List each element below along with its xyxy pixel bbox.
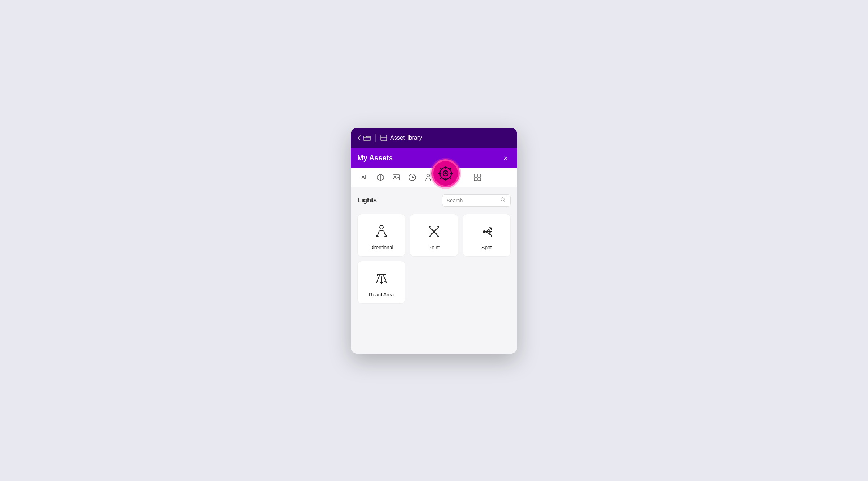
svg-point-10 bbox=[427, 174, 430, 177]
item-point[interactable]: Point bbox=[410, 214, 458, 257]
spot-label: Spot bbox=[481, 245, 492, 250]
content-area: Lights bbox=[351, 187, 517, 354]
tab-grid[interactable] bbox=[470, 170, 485, 185]
svg-line-35 bbox=[434, 232, 439, 237]
tab-light[interactable] bbox=[431, 159, 460, 187]
sun-icon bbox=[438, 166, 453, 181]
svg-rect-24 bbox=[474, 178, 477, 181]
svg-point-28 bbox=[380, 225, 383, 229]
tab-image[interactable] bbox=[389, 170, 404, 185]
item-spot[interactable]: Spot bbox=[463, 214, 511, 257]
image-icon bbox=[392, 173, 400, 181]
svg-point-13 bbox=[444, 172, 447, 174]
svg-line-19 bbox=[449, 177, 451, 178]
folder-icon bbox=[363, 134, 371, 142]
top-bar: Asset library bbox=[351, 128, 517, 148]
items-grid: Directional bbox=[357, 214, 511, 257]
point-label: Point bbox=[428, 245, 440, 250]
search-input[interactable] bbox=[447, 198, 497, 203]
svg-rect-25 bbox=[478, 178, 481, 181]
directional-label: Directional bbox=[370, 245, 393, 250]
svg-marker-9 bbox=[412, 176, 414, 179]
svg-line-34 bbox=[429, 232, 434, 237]
svg-line-21 bbox=[441, 177, 442, 178]
svg-line-27 bbox=[504, 201, 505, 202]
items-grid-row2: React Area bbox=[357, 261, 511, 304]
spot-icon bbox=[478, 223, 495, 240]
asset-library-panel: Asset library My Assets × All bbox=[351, 128, 517, 354]
svg-rect-1 bbox=[381, 135, 387, 141]
top-bar-title: Asset library bbox=[390, 135, 422, 141]
search-icon bbox=[500, 197, 506, 204]
react-area-label: React Area bbox=[369, 292, 394, 298]
directional-icon bbox=[373, 223, 390, 240]
grid-icon bbox=[473, 173, 481, 181]
svg-line-20 bbox=[449, 168, 451, 170]
library-icon bbox=[380, 134, 387, 142]
back-button[interactable] bbox=[357, 134, 371, 142]
svg-line-32 bbox=[429, 227, 434, 232]
tabs-bar: All bbox=[351, 168, 517, 187]
close-button[interactable]: × bbox=[501, 153, 511, 163]
svg-rect-23 bbox=[478, 174, 481, 177]
tab-video[interactable] bbox=[405, 170, 420, 185]
top-bar-title-row: Asset library bbox=[380, 134, 422, 142]
video-icon bbox=[408, 173, 416, 181]
svg-line-33 bbox=[434, 227, 439, 232]
person-icon bbox=[424, 173, 432, 181]
svg-rect-6 bbox=[393, 175, 400, 180]
svg-line-18 bbox=[441, 168, 442, 170]
top-bar-divider bbox=[375, 134, 376, 142]
box-icon bbox=[376, 173, 384, 181]
search-box[interactable] bbox=[442, 194, 511, 207]
section-title: Lights bbox=[357, 197, 377, 204]
search-row: Lights bbox=[357, 194, 511, 207]
panel-title: My Assets bbox=[357, 154, 393, 162]
svg-rect-22 bbox=[474, 174, 477, 177]
point-icon bbox=[425, 223, 443, 240]
react-area-icon bbox=[373, 270, 390, 287]
tab-all[interactable]: All bbox=[357, 170, 372, 185]
tab-light-container bbox=[438, 170, 453, 185]
svg-line-40 bbox=[376, 276, 379, 283]
item-directional[interactable]: Directional bbox=[357, 214, 405, 257]
item-react-area[interactable]: React Area bbox=[357, 261, 405, 304]
tab-3d[interactable] bbox=[373, 170, 388, 185]
